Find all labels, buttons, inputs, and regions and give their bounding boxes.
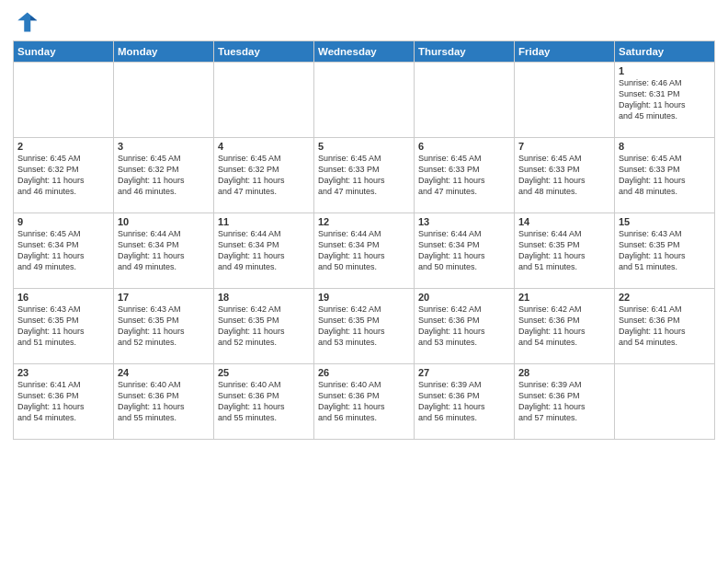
day-number: 27 <box>418 367 510 378</box>
calendar-cell: 18Sunrise: 6:42 AMSunset: 6:35 PMDayligh… <box>214 289 314 364</box>
calendar-week-row: 23Sunrise: 6:41 AMSunset: 6:36 PMDayligh… <box>14 364 715 440</box>
calendar: SundayMondayTuesdayWednesdayThursdayFrid… <box>13 40 715 440</box>
calendar-cell: 5Sunrise: 6:45 AMSunset: 6:33 PMDaylight… <box>314 138 415 213</box>
day-number: 1 <box>619 65 711 76</box>
day-number: 3 <box>118 141 210 152</box>
day-number: 12 <box>318 216 410 227</box>
calendar-cell: 23Sunrise: 6:41 AMSunset: 6:36 PMDayligh… <box>14 364 114 440</box>
calendar-header-row: SundayMondayTuesdayWednesdayThursdayFrid… <box>14 41 715 63</box>
day-number: 23 <box>17 367 109 378</box>
day-number: 14 <box>518 216 610 227</box>
calendar-week-row: 1Sunrise: 6:46 AMSunset: 6:31 PMDaylight… <box>14 63 715 138</box>
calendar-cell <box>615 364 715 440</box>
day-info: Sunrise: 6:39 AMSunset: 6:36 PMDaylight:… <box>418 379 510 424</box>
day-number: 16 <box>17 292 109 303</box>
day-info: Sunrise: 6:39 AMSunset: 6:36 PMDaylight:… <box>518 379 610 424</box>
day-number: 4 <box>218 141 310 152</box>
calendar-header-friday: Friday <box>515 41 615 63</box>
calendar-cell: 10Sunrise: 6:44 AMSunset: 6:34 PMDayligh… <box>114 213 214 289</box>
day-info: Sunrise: 6:45 AMSunset: 6:32 PMDaylight:… <box>17 153 109 198</box>
day-info: Sunrise: 6:40 AMSunset: 6:36 PMDaylight:… <box>318 379 410 424</box>
day-info: Sunrise: 6:45 AMSunset: 6:32 PMDaylight:… <box>118 153 210 198</box>
day-info: Sunrise: 6:45 AMSunset: 6:33 PMDaylight:… <box>518 153 610 198</box>
calendar-cell <box>314 63 415 138</box>
calendar-cell: 4Sunrise: 6:45 AMSunset: 6:32 PMDaylight… <box>214 138 314 213</box>
day-number: 15 <box>619 216 711 227</box>
svg-marker-0 <box>17 13 37 32</box>
day-number: 6 <box>418 141 510 152</box>
calendar-cell: 22Sunrise: 6:41 AMSunset: 6:36 PMDayligh… <box>615 289 715 364</box>
day-number: 7 <box>518 141 610 152</box>
day-info: Sunrise: 6:45 AMSunset: 6:32 PMDaylight:… <box>218 153 310 198</box>
calendar-cell: 1Sunrise: 6:46 AMSunset: 6:31 PMDaylight… <box>615 63 715 138</box>
day-info: Sunrise: 6:42 AMSunset: 6:36 PMDaylight:… <box>418 304 510 349</box>
day-info: Sunrise: 6:44 AMSunset: 6:34 PMDaylight:… <box>318 228 410 273</box>
day-info: Sunrise: 6:46 AMSunset: 6:31 PMDaylight:… <box>619 77 711 122</box>
calendar-cell: 24Sunrise: 6:40 AMSunset: 6:36 PMDayligh… <box>114 364 214 440</box>
day-info: Sunrise: 6:45 AMSunset: 6:33 PMDaylight:… <box>418 153 510 198</box>
logo-icon <box>13 9 39 35</box>
calendar-header-sunday: Sunday <box>14 41 114 63</box>
calendar-cell: 20Sunrise: 6:42 AMSunset: 6:36 PMDayligh… <box>415 289 515 364</box>
day-number: 13 <box>418 216 510 227</box>
calendar-cell: 8Sunrise: 6:45 AMSunset: 6:33 PMDaylight… <box>615 138 715 213</box>
calendar-cell <box>515 63 615 138</box>
calendar-cell: 17Sunrise: 6:43 AMSunset: 6:35 PMDayligh… <box>114 289 214 364</box>
day-number: 8 <box>619 141 711 152</box>
day-info: Sunrise: 6:45 AMSunset: 6:33 PMDaylight:… <box>318 153 410 198</box>
day-number: 5 <box>318 141 410 152</box>
calendar-cell: 25Sunrise: 6:40 AMSunset: 6:36 PMDayligh… <box>214 364 314 440</box>
calendar-cell: 19Sunrise: 6:42 AMSunset: 6:35 PMDayligh… <box>314 289 415 364</box>
calendar-cell <box>214 63 314 138</box>
calendar-cell: 21Sunrise: 6:42 AMSunset: 6:36 PMDayligh… <box>515 289 615 364</box>
day-info: Sunrise: 6:40 AMSunset: 6:36 PMDaylight:… <box>118 379 210 424</box>
calendar-cell: 14Sunrise: 6:44 AMSunset: 6:35 PMDayligh… <box>515 213 615 289</box>
day-number: 2 <box>17 141 109 152</box>
calendar-cell <box>415 63 515 138</box>
calendar-cell: 11Sunrise: 6:44 AMSunset: 6:34 PMDayligh… <box>214 213 314 289</box>
day-info: Sunrise: 6:42 AMSunset: 6:35 PMDaylight:… <box>218 304 310 349</box>
calendar-header-monday: Monday <box>114 41 214 63</box>
day-info: Sunrise: 6:40 AMSunset: 6:36 PMDaylight:… <box>218 379 310 424</box>
calendar-cell <box>14 63 114 138</box>
calendar-week-row: 16Sunrise: 6:43 AMSunset: 6:35 PMDayligh… <box>14 289 715 364</box>
day-number: 18 <box>218 292 310 303</box>
day-info: Sunrise: 6:42 AMSunset: 6:36 PMDaylight:… <box>518 304 610 349</box>
calendar-cell: 3Sunrise: 6:45 AMSunset: 6:32 PMDaylight… <box>114 138 214 213</box>
day-number: 22 <box>619 292 711 303</box>
day-number: 17 <box>118 292 210 303</box>
calendar-header-thursday: Thursday <box>415 41 515 63</box>
calendar-week-row: 2Sunrise: 6:45 AMSunset: 6:32 PMDaylight… <box>14 138 715 213</box>
calendar-cell: 26Sunrise: 6:40 AMSunset: 6:36 PMDayligh… <box>314 364 415 440</box>
day-info: Sunrise: 6:43 AMSunset: 6:35 PMDaylight:… <box>619 228 711 273</box>
day-info: Sunrise: 6:42 AMSunset: 6:35 PMDaylight:… <box>318 304 410 349</box>
day-info: Sunrise: 6:45 AMSunset: 6:33 PMDaylight:… <box>619 153 711 198</box>
calendar-cell: 2Sunrise: 6:45 AMSunset: 6:32 PMDaylight… <box>14 138 114 213</box>
calendar-cell: 9Sunrise: 6:45 AMSunset: 6:34 PMDaylight… <box>14 213 114 289</box>
day-number: 11 <box>218 216 310 227</box>
calendar-cell: 7Sunrise: 6:45 AMSunset: 6:33 PMDaylight… <box>515 138 615 213</box>
day-info: Sunrise: 6:43 AMSunset: 6:35 PMDaylight:… <box>118 304 210 349</box>
day-number: 24 <box>118 367 210 378</box>
day-info: Sunrise: 6:41 AMSunset: 6:36 PMDaylight:… <box>17 379 109 424</box>
day-info: Sunrise: 6:41 AMSunset: 6:36 PMDaylight:… <box>619 304 711 349</box>
day-number: 26 <box>318 367 410 378</box>
calendar-header-wednesday: Wednesday <box>314 41 415 63</box>
calendar-cell: 16Sunrise: 6:43 AMSunset: 6:35 PMDayligh… <box>14 289 114 364</box>
calendar-cell: 27Sunrise: 6:39 AMSunset: 6:36 PMDayligh… <box>415 364 515 440</box>
page: SundayMondayTuesdayWednesdayThursdayFrid… <box>0 0 728 563</box>
calendar-cell: 12Sunrise: 6:44 AMSunset: 6:34 PMDayligh… <box>314 213 415 289</box>
calendar-cell: 15Sunrise: 6:43 AMSunset: 6:35 PMDayligh… <box>615 213 715 289</box>
day-number: 9 <box>17 216 109 227</box>
calendar-cell: 28Sunrise: 6:39 AMSunset: 6:36 PMDayligh… <box>515 364 615 440</box>
day-info: Sunrise: 6:44 AMSunset: 6:34 PMDaylight:… <box>118 228 210 273</box>
calendar-week-row: 9Sunrise: 6:45 AMSunset: 6:34 PMDaylight… <box>14 213 715 289</box>
calendar-header-saturday: Saturday <box>615 41 715 63</box>
calendar-cell: 13Sunrise: 6:44 AMSunset: 6:34 PMDayligh… <box>415 213 515 289</box>
day-info: Sunrise: 6:44 AMSunset: 6:34 PMDaylight:… <box>418 228 510 273</box>
day-info: Sunrise: 6:45 AMSunset: 6:34 PMDaylight:… <box>17 228 109 273</box>
day-number: 21 <box>518 292 610 303</box>
day-info: Sunrise: 6:44 AMSunset: 6:34 PMDaylight:… <box>218 228 310 273</box>
calendar-cell <box>114 63 214 138</box>
day-number: 20 <box>418 292 510 303</box>
